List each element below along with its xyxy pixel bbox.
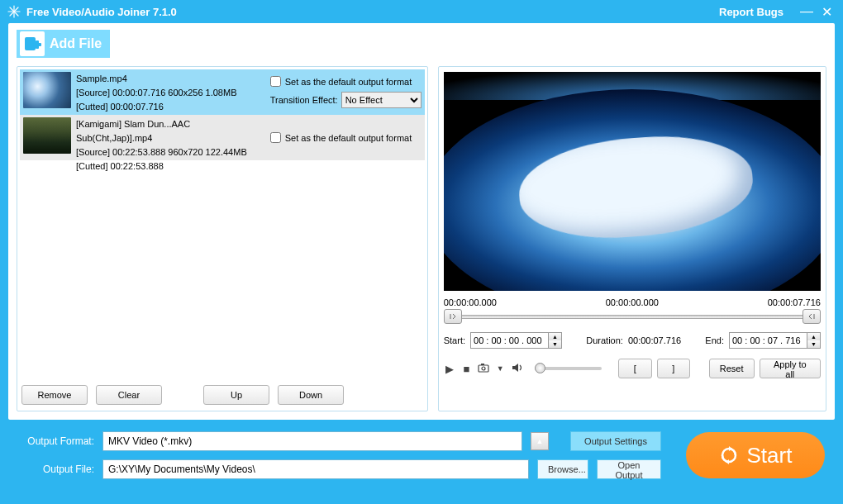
output-format-label: Output Format: <box>18 435 94 447</box>
spin-up[interactable]: ▲ <box>807 333 820 340</box>
clear-button[interactable]: Clear <box>96 385 162 405</box>
file-cutted-line: [Cutted] 00:00:07.716 <box>76 100 265 114</box>
range-handle-end[interactable] <box>803 309 821 324</box>
file-thumbnail <box>23 117 71 154</box>
output-settings-button[interactable]: Output Settings <box>570 431 661 451</box>
volume-slider[interactable] <box>535 367 602 370</box>
file-source-line: [Source] 00:22:53.888 960x720 122.44MB <box>76 145 265 159</box>
start-label: Start: <box>444 335 465 345</box>
svg-rect-9 <box>481 364 484 365</box>
transition-label: Transition Effect: <box>270 95 338 105</box>
bracket-in-button[interactable]: [ <box>618 359 651 378</box>
file-list-panel: Sample.mp4 [Source] 00:00:07.716 600x256… <box>17 66 428 411</box>
checkbox-input[interactable] <box>270 132 281 143</box>
start-label: Start <box>747 443 793 468</box>
remove-button[interactable]: Remove <box>21 385 88 405</box>
time-current: 00:00:00.000 <box>606 297 659 307</box>
spin-down[interactable]: ▼ <box>549 340 561 348</box>
main-panel: Add File Sample.mp4 [Source] 00:00:07.71… <box>8 23 835 420</box>
window-title: Free Video/Audio Joiner 7.1.0 <box>26 6 719 18</box>
duration-value: 00:00:07.716 <box>628 335 681 345</box>
file-row[interactable]: [Kamigami] Slam Dun...AAC Sub(Cht,Jap)].… <box>20 115 425 160</box>
report-bugs-link[interactable]: Report Bugs <box>719 6 783 18</box>
time-display-row: 00:00:00.000 00:00:00.000 00:00:07.716 <box>444 297 821 307</box>
bracket-out-button[interactable]: ] <box>657 359 690 378</box>
output-file-label: Output File: <box>18 464 94 475</box>
file-source-line: [Source] 00:00:07.716 600x256 1.08MB <box>76 86 265 100</box>
file-cutted-line: [Cutted] 00:22:53.888 <box>76 159 265 174</box>
end-time-input[interactable] <box>729 332 807 349</box>
refresh-icon <box>719 445 739 465</box>
file-name: Sample.mp4 <box>76 72 265 86</box>
volume-icon[interactable] <box>511 363 522 375</box>
add-file-button[interactable]: Add File <box>17 30 110 58</box>
range-handle-start[interactable] <box>444 309 462 324</box>
svg-rect-7 <box>479 365 488 372</box>
apply-to-all-button[interactable]: Apply to all <box>760 359 822 378</box>
playback-row: ▶ ■ ▼ [ ] Reset Apply to all <box>444 359 821 378</box>
file-metadata: Sample.mp4 [Source] 00:00:07.716 600x256… <box>76 72 265 112</box>
snapshot-icon[interactable] <box>478 363 489 375</box>
checkbox-label: Set as the default output format <box>285 133 412 143</box>
move-up-button[interactable]: Up <box>203 385 269 405</box>
transition-select[interactable]: No Effect <box>341 92 422 108</box>
output-format-input[interactable] <box>102 431 522 451</box>
start-button[interactable]: Start <box>686 432 825 478</box>
duration-label: Duration: <box>586 335 623 345</box>
app-icon <box>7 4 21 19</box>
start-end-row: Start: ▲▼ Duration: 00:00:07.716 End: ▲▼ <box>444 332 821 349</box>
add-file-icon <box>20 31 45 56</box>
checkbox-label: Set as the default output format <box>285 77 412 87</box>
end-label: End: <box>705 335 724 345</box>
browse-button[interactable]: Browse... <box>537 459 588 479</box>
chevron-down-icon[interactable]: ▼ <box>494 364 506 373</box>
toolbar: Add File <box>17 30 826 61</box>
file-name: [Kamigami] Slam Dun...AAC Sub(Cht,Jap)].… <box>76 117 265 145</box>
move-down-button[interactable]: Down <box>278 385 344 405</box>
file-list: Sample.mp4 [Source] 00:00:07.716 600x256… <box>20 69 425 378</box>
open-output-button[interactable]: Open Output <box>597 459 661 479</box>
add-file-label: Add File <box>50 36 102 51</box>
range-slider[interactable] <box>444 311 821 322</box>
file-thumbnail <box>23 72 71 108</box>
start-time-input[interactable] <box>470 332 549 349</box>
svg-point-8 <box>482 367 485 370</box>
video-preview[interactable] <box>444 72 821 291</box>
title-bar: Free Video/Audio Joiner 7.1.0 Report Bug… <box>0 0 843 23</box>
set-default-format-checkbox[interactable]: Set as the default output format <box>270 132 422 143</box>
output-format-dropdown[interactable]: ▲ <box>531 432 549 450</box>
output-section: Output Format: ▲ Output Settings Output … <box>0 420 843 491</box>
stop-icon[interactable]: ■ <box>460 363 472 375</box>
preview-panel: 00:00:00.000 00:00:00.000 00:00:07.716 S… <box>438 66 826 411</box>
time-start: 00:00:00.000 <box>444 297 497 307</box>
spin-down[interactable]: ▼ <box>807 340 820 348</box>
minimize-button[interactable]: — <box>797 4 817 19</box>
checkbox-input[interactable] <box>270 76 281 87</box>
play-icon[interactable]: ▶ <box>444 363 455 375</box>
time-end: 00:00:07.716 <box>768 297 821 307</box>
set-default-format-checkbox[interactable]: Set as the default output format <box>270 76 422 87</box>
reset-button[interactable]: Reset <box>709 359 755 378</box>
output-file-input[interactable] <box>102 459 529 479</box>
svg-rect-6 <box>36 40 39 49</box>
list-buttons-row: Remove Clear Up Down <box>20 378 425 408</box>
file-row[interactable]: Sample.mp4 [Source] 00:00:07.716 600x256… <box>20 69 425 115</box>
spin-up[interactable]: ▲ <box>549 333 561 340</box>
file-metadata: [Kamigami] Slam Dun...AAC Sub(Cht,Jap)].… <box>76 117 265 158</box>
close-button[interactable]: ✕ <box>817 4 836 20</box>
